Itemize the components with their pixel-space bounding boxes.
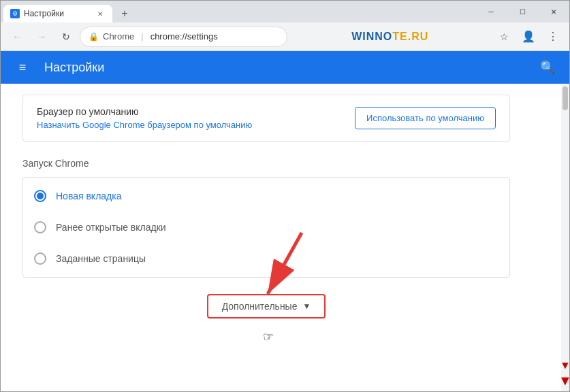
app-header: ≡ Настройки 🔍 — [1, 51, 569, 84]
hamburger-menu-button[interactable]: ≡ — [12, 56, 33, 78]
tab-title: Настройки — [24, 9, 91, 18]
radio-previous-tabs[interactable] — [34, 221, 46, 233]
settings-page-title: Настройки — [44, 61, 526, 75]
url-display: chrome://settings — [151, 31, 218, 42]
cursor-pointer: ☞ — [263, 329, 274, 344]
profile-button[interactable]: 👤 — [518, 26, 539, 48]
scroll-down-indicator: ▼ ▼ — [561, 360, 569, 387]
radio-new-tab-inner — [37, 193, 44, 199]
option-specific-pages-label: Заданные страницы — [56, 253, 146, 264]
site-name-label: Chrome — [103, 31, 134, 42]
forward-button[interactable]: → — [31, 26, 52, 48]
scroll-thumb[interactable] — [563, 86, 568, 110]
scroll-down-arrow-2: ▼ — [558, 374, 569, 387]
default-browser-title: Браузер по умолчанию — [37, 106, 252, 117]
tab-favicon: ⚙ — [10, 9, 20, 18]
scroll-down-arrow: ▼ — [560, 360, 569, 371]
winnoteru-logo: WINNOTE.RU — [351, 31, 428, 43]
active-tab[interactable]: ⚙ Настройки ✕ — [3, 5, 112, 22]
address-input[interactable]: 🔒 Chrome | chrome://settings — [80, 27, 287, 47]
default-browser-card: Браузер по умолчанию Назначить Google Ch… — [22, 95, 510, 142]
default-browser-subtitle: Назначить Google Chrome браузером по умо… — [37, 120, 252, 130]
use-default-button[interactable]: Использовать по умолчанию — [355, 107, 496, 129]
red-arrow-annotation — [247, 226, 343, 308]
header-search-button[interactable]: 🔍 — [537, 56, 558, 78]
maximize-button[interactable]: ☐ — [507, 1, 538, 22]
radio-specific-pages[interactable] — [34, 252, 46, 265]
startup-section-title: Запуск Chrome — [22, 158, 510, 169]
tab-close-button[interactable]: ✕ — [95, 8, 106, 19]
secure-icon: 🔒 — [89, 32, 99, 42]
scrollbar[interactable]: ▼ ▼ — [561, 84, 569, 391]
minimize-button[interactable]: ─ — [475, 1, 507, 22]
new-tab-button[interactable]: + — [115, 5, 134, 22]
window-controls: ─ ☐ ✕ — [475, 1, 569, 22]
settings-content-area: Браузер по умолчанию Назначить Google Ch… — [1, 84, 561, 391]
browser-window: ⚙ Настройки ✕ + ─ ☐ ✕ ← → ↻ 🔒 Chrome | c… — [0, 0, 570, 392]
titlebar: ⚙ Настройки ✕ + ─ ☐ ✕ — [1, 1, 569, 22]
pipe-separator: | — [141, 31, 143, 42]
default-browser-text: Браузер по умолчанию Назначить Google Ch… — [37, 106, 252, 130]
settings-content: Браузер по умолчанию Назначить Google Ch… — [1, 84, 532, 343]
addressbar: ← → ↻ 🔒 Chrome | chrome://settings WINNO… — [1, 22, 569, 51]
content-wrapper: Браузер по умолчанию Назначить Google Ch… — [1, 84, 569, 391]
back-button[interactable]: ← — [6, 26, 28, 48]
option-previous-tabs-label: Ранее открытые вкладки — [56, 222, 166, 233]
option-new-tab-label: Новая вкладка — [56, 191, 122, 201]
close-button[interactable]: ✕ — [538, 1, 569, 22]
bookmark-button[interactable]: ☆ — [493, 26, 515, 48]
reload-button[interactable]: ↻ — [55, 26, 77, 48]
svg-line-1 — [268, 233, 302, 294]
advanced-section: Дополнительные ▼ ☞ — [22, 294, 510, 332]
titlebar-tabs: ⚙ Настройки ✕ + — [1, 1, 475, 22]
startup-option-new-tab[interactable]: Новая вкладка — [23, 180, 509, 212]
radio-new-tab[interactable] — [34, 190, 46, 202]
browser-menu-button[interactable]: ⋮ — [542, 26, 564, 48]
